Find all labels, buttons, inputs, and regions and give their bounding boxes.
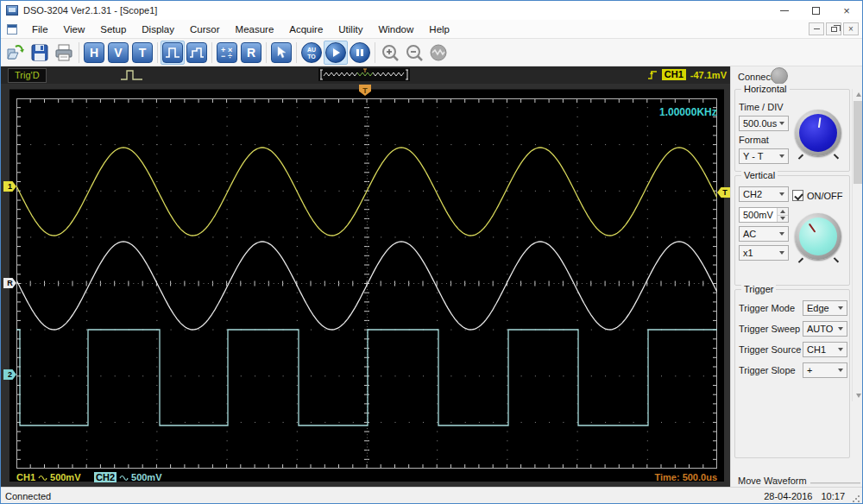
resize-grip[interactable] [852, 495, 860, 503]
math-button[interactable]: +×−÷ [215, 41, 239, 65]
volt-div-value: 500mV [743, 210, 773, 220]
autoset-button[interactable]: AUTO [299, 41, 324, 65]
onoff-checkbox[interactable] [792, 190, 803, 201]
scope-display-area: 1.00000KHz T 1 R 2 T CH1 500mV CH2 500mV… [1, 84, 730, 487]
knob-tick [833, 154, 838, 159]
mdi-minimize-button[interactable] [809, 22, 824, 35]
run-button[interactable] [324, 41, 348, 65]
trigger-mode-select[interactable]: Edge [803, 300, 847, 316]
connection-status: Connected [5, 491, 51, 501]
vertical-scale-knob[interactable] [795, 213, 841, 260]
math-operators-icon: +×−÷ [219, 46, 235, 60]
chevron-down-icon [838, 327, 843, 331]
vertical-group: Vertical CH2 ON/OFF 500mV AC x [734, 175, 850, 286]
app-icon [6, 5, 18, 16]
mdi-close-button[interactable]: × [843, 22, 859, 35]
trigger-slope-label: Trigger Slope [739, 365, 796, 375]
menu-cursor[interactable]: Cursor [182, 20, 228, 38]
menu-view[interactable]: View [56, 20, 93, 38]
zoom-in-button[interactable] [378, 41, 402, 65]
connect-button[interactable] [771, 67, 788, 85]
menu-utility[interactable]: Utility [331, 20, 370, 38]
print-button[interactable] [52, 41, 76, 65]
menu-measure[interactable]: Measure [228, 20, 282, 38]
save-button[interactable] [28, 41, 52, 65]
minimize-button[interactable] [769, 1, 800, 20]
chevron-down-icon [779, 251, 784, 255]
ch2-scale-readout: CH2 500mV [94, 472, 162, 482]
vertical-knob-face [799, 217, 837, 255]
sine-wave-icon [38, 474, 47, 482]
time-div-select[interactable]: 500.0us [739, 116, 789, 131]
trigger-settings-button[interactable]: T [130, 41, 154, 65]
scroll-up-button[interactable] [853, 89, 863, 100]
t-label: T [139, 46, 147, 60]
onoff-label: ON/OFF [807, 191, 843, 201]
waveform-preview-bar[interactable] [318, 68, 410, 81]
menu-help[interactable]: Help [421, 20, 457, 38]
triangle-down-icon [856, 394, 861, 398]
menu-acquire[interactable]: Acquire [281, 20, 331, 38]
zoom-in-icon [381, 43, 400, 62]
chevron-down-icon [779, 192, 784, 196]
trigger-sweep-value: AUTO [807, 324, 833, 334]
open-folder-icon [5, 42, 26, 63]
chevron-down-icon [838, 348, 843, 351]
time-div-value: 500.0us [743, 118, 777, 129]
vertical-settings-button[interactable]: V [106, 41, 130, 65]
coupling-select[interactable]: AC [739, 226, 789, 242]
cursor-tool-button[interactable] [269, 41, 293, 65]
horizontal-settings-button[interactable]: H [82, 41, 106, 65]
toolbar-separator [211, 42, 212, 63]
format-select[interactable]: Y - T [739, 148, 789, 164]
scrollbar-thumb[interactable] [854, 101, 863, 184]
triangle-up-icon [780, 210, 785, 213]
ch2-scale-value: 500mV [131, 472, 161, 482]
open-button[interactable] [3, 41, 28, 65]
trigger-source-badge: CH1 [662, 69, 686, 80]
close-button[interactable]: × [831, 1, 862, 20]
probe-select[interactable]: x1 [739, 245, 789, 261]
h-label: H [90, 46, 98, 60]
zoom-out-button[interactable] [402, 41, 426, 65]
spin-up-button[interactable] [778, 208, 788, 216]
reference-button[interactable]: R [239, 41, 263, 65]
trigger-slope-value: + [807, 365, 812, 375]
triangle-up-icon [856, 92, 861, 97]
restore-icon [831, 27, 837, 32]
menu-file[interactable]: File [24, 20, 56, 38]
chevron-down-icon [779, 154, 784, 158]
maximize-button[interactable] [800, 1, 831, 20]
channel-value: CH2 [743, 189, 762, 199]
waveform-mode-button[interactable] [161, 41, 185, 65]
knob-pointer [797, 111, 840, 154]
scroll-down-button[interactable] [853, 390, 863, 401]
cursor-arrow-icon [274, 46, 288, 60]
menu-display[interactable]: Display [134, 20, 182, 38]
toolbar-separator [79, 42, 79, 63]
menu-setup[interactable]: Setup [92, 20, 134, 38]
edge-trigger-icon [647, 68, 658, 81]
timebase-knob[interactable] [795, 110, 841, 156]
move-waveform-slider[interactable] [810, 482, 860, 484]
menu-window[interactable]: Window [370, 20, 421, 38]
channel-select[interactable]: CH2 [739, 186, 789, 202]
waveform-intensity-button[interactable] [185, 41, 209, 65]
volt-div-spinner[interactable]: 500mV [739, 207, 789, 223]
channel-onoff-control: ON/OFF [792, 190, 843, 201]
waveform-capture-button[interactable] [426, 41, 450, 65]
trigger-sweep-select[interactable]: AUTO [803, 321, 847, 337]
minimize-icon [780, 10, 789, 11]
trigger-source-value: CH1 [807, 344, 826, 355]
auto-icon: AUTO [303, 44, 320, 61]
mdi-restore-button[interactable] [826, 22, 841, 35]
trigger-slope-select[interactable]: + [803, 362, 847, 378]
triangle-down-icon [780, 217, 785, 220]
ch1-scale-value: 500mV [50, 472, 80, 482]
spin-down-button[interactable] [778, 216, 788, 223]
coupling-value: AC [743, 229, 756, 239]
pause-button[interactable] [348, 41, 372, 65]
panel-scrollbar[interactable] [852, 89, 863, 401]
waveform-grid[interactable] [16, 98, 717, 469]
trigger-source-select[interactable]: CH1 [803, 342, 847, 357]
